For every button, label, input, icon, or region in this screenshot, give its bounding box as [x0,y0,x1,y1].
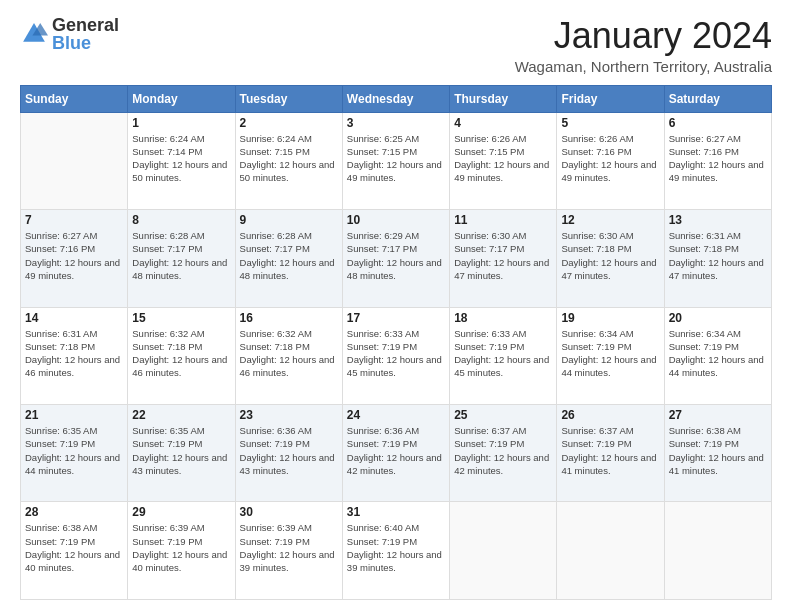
col-saturday: Saturday [664,85,771,112]
table-row: 17Sunrise: 6:33 AMSunset: 7:19 PMDayligh… [342,307,449,404]
daylight-text: Daylight: 12 hours and [561,353,659,366]
sunset-text: Sunset: 7:19 PM [669,437,767,450]
daylight-text-2: 48 minutes. [240,269,338,282]
day-number: 29 [132,505,230,519]
daylight-text: Daylight: 12 hours and [669,353,767,366]
day-number: 24 [347,408,445,422]
day-info: Sunrise: 6:31 AMSunset: 7:18 PMDaylight:… [669,229,767,282]
day-info: Sunrise: 6:36 AMSunset: 7:19 PMDaylight:… [240,424,338,477]
sunrise-text: Sunrise: 6:34 AM [669,327,767,340]
daylight-text: Daylight: 12 hours and [132,158,230,171]
daylight-text: Daylight: 12 hours and [240,548,338,561]
day-info: Sunrise: 6:25 AMSunset: 7:15 PMDaylight:… [347,132,445,185]
daylight-text-2: 41 minutes. [561,464,659,477]
sunset-text: Sunset: 7:19 PM [347,535,445,548]
sunrise-text: Sunrise: 6:26 AM [454,132,552,145]
day-info: Sunrise: 6:39 AMSunset: 7:19 PMDaylight:… [132,521,230,574]
daylight-text: Daylight: 12 hours and [25,256,123,269]
sunset-text: Sunset: 7:15 PM [454,145,552,158]
table-row: 3Sunrise: 6:25 AMSunset: 7:15 PMDaylight… [342,112,449,209]
sunrise-text: Sunrise: 6:24 AM [132,132,230,145]
day-info: Sunrise: 6:31 AMSunset: 7:18 PMDaylight:… [25,327,123,380]
sunset-text: Sunset: 7:19 PM [561,437,659,450]
table-row: 22Sunrise: 6:35 AMSunset: 7:19 PMDayligh… [128,405,235,502]
daylight-text-2: 42 minutes. [454,464,552,477]
sunset-text: Sunset: 7:17 PM [347,242,445,255]
day-info: Sunrise: 6:26 AMSunset: 7:15 PMDaylight:… [454,132,552,185]
table-row: 20Sunrise: 6:34 AMSunset: 7:19 PMDayligh… [664,307,771,404]
day-number: 18 [454,311,552,325]
day-number: 13 [669,213,767,227]
table-row: 25Sunrise: 6:37 AMSunset: 7:19 PMDayligh… [450,405,557,502]
daylight-text-2: 43 minutes. [132,464,230,477]
day-info: Sunrise: 6:28 AMSunset: 7:17 PMDaylight:… [132,229,230,282]
day-number: 22 [132,408,230,422]
sunset-text: Sunset: 7:19 PM [454,437,552,450]
table-row: 21Sunrise: 6:35 AMSunset: 7:19 PMDayligh… [21,405,128,502]
sunrise-text: Sunrise: 6:26 AM [561,132,659,145]
daylight-text-2: 41 minutes. [669,464,767,477]
sunset-text: Sunset: 7:18 PM [132,340,230,353]
calendar-week-row: 14Sunrise: 6:31 AMSunset: 7:18 PMDayligh… [21,307,772,404]
title-block: January 2024 Wagaman, Northern Territory… [515,16,772,75]
sunrise-text: Sunrise: 6:39 AM [240,521,338,534]
table-row: 14Sunrise: 6:31 AMSunset: 7:18 PMDayligh… [21,307,128,404]
table-row: 23Sunrise: 6:36 AMSunset: 7:19 PMDayligh… [235,405,342,502]
daylight-text-2: 49 minutes. [561,171,659,184]
day-info: Sunrise: 6:37 AMSunset: 7:19 PMDaylight:… [454,424,552,477]
sunset-text: Sunset: 7:19 PM [454,340,552,353]
sunrise-text: Sunrise: 6:28 AM [240,229,338,242]
day-number: 14 [25,311,123,325]
logo-icon [20,20,48,48]
table-row: 26Sunrise: 6:37 AMSunset: 7:19 PMDayligh… [557,405,664,502]
day-number: 20 [669,311,767,325]
day-info: Sunrise: 6:30 AMSunset: 7:18 PMDaylight:… [561,229,659,282]
sunset-text: Sunset: 7:19 PM [669,340,767,353]
day-number: 26 [561,408,659,422]
daylight-text-2: 48 minutes. [347,269,445,282]
col-tuesday: Tuesday [235,85,342,112]
daylight-text: Daylight: 12 hours and [669,256,767,269]
location-title: Wagaman, Northern Territory, Australia [515,58,772,75]
day-info: Sunrise: 6:34 AMSunset: 7:19 PMDaylight:… [561,327,659,380]
sunrise-text: Sunrise: 6:29 AM [347,229,445,242]
logo-general: General [52,15,119,35]
daylight-text: Daylight: 12 hours and [240,353,338,366]
day-number: 1 [132,116,230,130]
table-row: 11Sunrise: 6:30 AMSunset: 7:17 PMDayligh… [450,210,557,307]
table-row [21,112,128,209]
table-row [450,502,557,600]
table-row: 2Sunrise: 6:24 AMSunset: 7:15 PMDaylight… [235,112,342,209]
logo-blue: Blue [52,33,91,53]
daylight-text-2: 40 minutes. [132,561,230,574]
daylight-text: Daylight: 12 hours and [132,548,230,561]
day-info: Sunrise: 6:34 AMSunset: 7:19 PMDaylight:… [669,327,767,380]
sunrise-text: Sunrise: 6:33 AM [454,327,552,340]
calendar-week-row: 28Sunrise: 6:38 AMSunset: 7:19 PMDayligh… [21,502,772,600]
daylight-text-2: 40 minutes. [25,561,123,574]
sunrise-text: Sunrise: 6:24 AM [240,132,338,145]
daylight-text-2: 46 minutes. [240,366,338,379]
sunrise-text: Sunrise: 6:25 AM [347,132,445,145]
day-info: Sunrise: 6:38 AMSunset: 7:19 PMDaylight:… [25,521,123,574]
day-info: Sunrise: 6:35 AMSunset: 7:19 PMDaylight:… [132,424,230,477]
daylight-text: Daylight: 12 hours and [454,353,552,366]
table-row: 4Sunrise: 6:26 AMSunset: 7:15 PMDaylight… [450,112,557,209]
table-row [557,502,664,600]
month-title: January 2024 [515,16,772,56]
table-row: 28Sunrise: 6:38 AMSunset: 7:19 PMDayligh… [21,502,128,600]
daylight-text-2: 49 minutes. [25,269,123,282]
sunrise-text: Sunrise: 6:35 AM [132,424,230,437]
day-number: 4 [454,116,552,130]
daylight-text: Daylight: 12 hours and [454,451,552,464]
daylight-text: Daylight: 12 hours and [669,451,767,464]
sunset-text: Sunset: 7:19 PM [25,535,123,548]
table-row: 13Sunrise: 6:31 AMSunset: 7:18 PMDayligh… [664,210,771,307]
day-info: Sunrise: 6:26 AMSunset: 7:16 PMDaylight:… [561,132,659,185]
table-row: 18Sunrise: 6:33 AMSunset: 7:19 PMDayligh… [450,307,557,404]
logo: General Blue [20,16,119,52]
daylight-text: Daylight: 12 hours and [132,353,230,366]
daylight-text: Daylight: 12 hours and [347,451,445,464]
calendar-week-row: 1Sunrise: 6:24 AMSunset: 7:14 PMDaylight… [21,112,772,209]
daylight-text-2: 48 minutes. [132,269,230,282]
